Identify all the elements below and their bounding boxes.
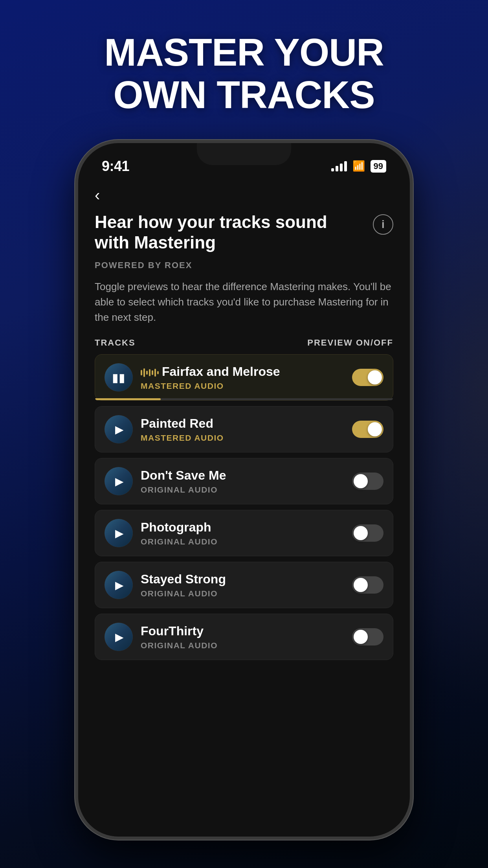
headline-line1: MASTER YOUR bbox=[104, 31, 383, 74]
progress-bar-container-fairfax bbox=[95, 398, 393, 400]
battery-indicator: 99 bbox=[371, 160, 386, 173]
toggle-fourthirty[interactable] bbox=[352, 628, 383, 645]
track-name-photograph: Photograph bbox=[141, 520, 211, 535]
track-status-dont-save-me: ORIGINAL AUDIO bbox=[141, 485, 344, 495]
track-info-stayed-strong: Stayed StrongORIGINAL AUDIO bbox=[141, 572, 344, 598]
tracks-list: ▮▮Fairfax and MelroseMASTERED AUDIO▶Pain… bbox=[95, 354, 393, 836]
column-headers: TRACKS PREVIEW ON/OFF bbox=[95, 338, 393, 348]
toggle-knob-photograph bbox=[354, 526, 368, 540]
track-item-stayed-strong[interactable]: ▶Stayed StrongORIGINAL AUDIO bbox=[95, 562, 393, 608]
headline-line2: OWN TRACKS bbox=[104, 74, 383, 116]
track-info-photograph: PhotographORIGINAL AUDIO bbox=[141, 520, 344, 546]
toggle-knob-stayed-strong bbox=[354, 578, 368, 592]
track-info-fourthirty: FourThirtyORIGINAL AUDIO bbox=[141, 624, 344, 650]
tracks-column-label: TRACKS bbox=[95, 338, 136, 348]
page-header: Hear how your tracks sound with Masterin… bbox=[95, 212, 393, 254]
preview-column-label: PREVIEW ON/OFF bbox=[307, 338, 393, 348]
back-button[interactable]: ‹ bbox=[95, 186, 114, 204]
track-name-dont-save-me: Don't Save Me bbox=[141, 468, 226, 483]
phone-mockup: 9:41 📶 99 ‹ bbox=[75, 140, 413, 840]
track-status-fourthirty: ORIGINAL AUDIO bbox=[141, 641, 344, 650]
play-icon: ▶ bbox=[115, 527, 124, 540]
track-item-photograph[interactable]: ▶PhotographORIGINAL AUDIO bbox=[95, 510, 393, 556]
track-status-photograph: ORIGINAL AUDIO bbox=[141, 537, 344, 546]
play-icon: ▶ bbox=[115, 631, 124, 644]
track-name-stayed-strong: Stayed Strong bbox=[141, 572, 226, 587]
phone-frame: 9:41 📶 99 ‹ bbox=[75, 140, 413, 840]
toggle-stayed-strong[interactable] bbox=[352, 576, 383, 594]
headline: MASTER YOUR OWN TRACKS bbox=[104, 31, 383, 116]
status-time: 9:41 bbox=[102, 158, 129, 175]
track-name-fourthirty: FourThirty bbox=[141, 624, 204, 638]
play-button-stayed-strong[interactable]: ▶ bbox=[105, 571, 133, 599]
toggle-dont-save-me[interactable] bbox=[352, 473, 383, 490]
toggle-painted-red[interactable] bbox=[352, 421, 383, 438]
status-icons: 📶 99 bbox=[331, 160, 386, 173]
signal-icon bbox=[331, 161, 347, 171]
toggle-photograph[interactable] bbox=[352, 524, 383, 542]
play-button-photograph[interactable]: ▶ bbox=[105, 519, 133, 547]
toggle-knob-dont-save-me bbox=[354, 474, 368, 488]
battery-level: 99 bbox=[374, 161, 383, 171]
play-icon: ▶ bbox=[115, 579, 124, 592]
track-status-stayed-strong: ORIGINAL AUDIO bbox=[141, 589, 344, 598]
track-item-painted-red[interactable]: ▶Painted RedMASTERED AUDIO bbox=[95, 406, 393, 452]
play-button-painted-red[interactable]: ▶ bbox=[105, 415, 133, 443]
pause-icon: ▮▮ bbox=[112, 371, 125, 384]
screen-content: ‹ Hear how your tracks sound with Master… bbox=[78, 178, 410, 837]
page-title: Hear how your tracks sound with Masterin… bbox=[95, 212, 330, 254]
track-name-painted-red: Painted Red bbox=[141, 416, 213, 431]
track-status-painted-red: MASTERED AUDIO bbox=[141, 433, 344, 443]
track-info-dont-save-me: Don't Save MeORIGINAL AUDIO bbox=[141, 468, 344, 495]
toggle-fairfax[interactable] bbox=[352, 369, 383, 386]
info-button[interactable]: i bbox=[373, 214, 393, 235]
toggle-knob-painted-red bbox=[368, 422, 382, 436]
toggle-knob-fourthirty bbox=[354, 630, 368, 644]
play-icon: ▶ bbox=[115, 423, 124, 436]
track-item-fourthirty[interactable]: ▶FourThirtyORIGINAL AUDIO bbox=[95, 614, 393, 660]
track-name-fairfax: Fairfax and Melrose bbox=[162, 364, 280, 379]
play-icon: ▶ bbox=[115, 475, 124, 488]
track-item-dont-save-me[interactable]: ▶Don't Save MeORIGINAL AUDIO bbox=[95, 458, 393, 504]
track-info-fairfax: Fairfax and MelroseMASTERED AUDIO bbox=[141, 364, 344, 391]
phone-notch bbox=[197, 143, 291, 165]
track-item-fairfax[interactable]: ▮▮Fairfax and MelroseMASTERED AUDIO bbox=[95, 354, 393, 401]
toggle-knob-fairfax bbox=[368, 370, 382, 384]
play-button-fourthirty[interactable]: ▶ bbox=[105, 623, 133, 651]
powered-by: POWERED BY ROEX bbox=[95, 260, 393, 270]
pause-button-fairfax[interactable]: ▮▮ bbox=[105, 363, 133, 392]
wifi-icon: 📶 bbox=[352, 160, 365, 172]
progress-bar-fill-fairfax bbox=[95, 398, 161, 400]
description-text: Toggle previews to hear the difference M… bbox=[95, 279, 393, 325]
phone-screen: 9:41 📶 99 ‹ bbox=[78, 143, 410, 837]
waveform-icon bbox=[141, 368, 159, 377]
track-info-painted-red: Painted RedMASTERED AUDIO bbox=[141, 416, 344, 443]
play-button-dont-save-me[interactable]: ▶ bbox=[105, 467, 133, 495]
track-status-fairfax: MASTERED AUDIO bbox=[141, 381, 344, 391]
